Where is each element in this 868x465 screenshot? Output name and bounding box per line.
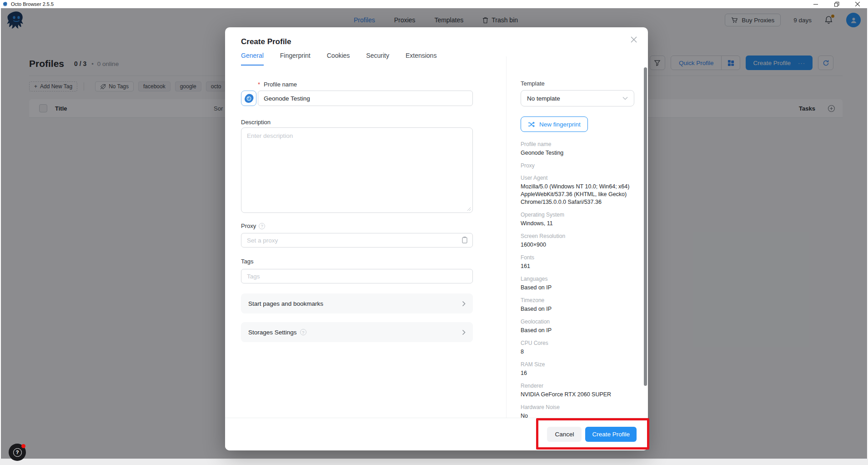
- detail-value: 8: [521, 348, 637, 356]
- detail-label: User Agent: [521, 175, 637, 182]
- detail-label: Languages: [521, 276, 637, 283]
- cancel-button[interactable]: Cancel: [547, 427, 582, 442]
- browser-profile-icon: [244, 93, 254, 104]
- detail-item: RAM Size 16: [521, 361, 637, 377]
- tags-label: Tags: [241, 258, 253, 265]
- detail-label: CPU Cores: [521, 340, 637, 347]
- help-icon[interactable]: ?: [259, 223, 265, 229]
- chevron-right-icon: [462, 329, 466, 335]
- start-pages-label: Start pages and bookmarks: [248, 300, 323, 307]
- description-label: Description: [241, 119, 271, 126]
- detail-label: Operating System: [521, 212, 637, 218]
- detail-item: Languages Based on IP: [521, 276, 637, 292]
- resize-handle-icon[interactable]: [467, 207, 471, 211]
- create-profile-button[interactable]: Create Profile: [585, 427, 637, 442]
- chevron-right-icon: [462, 301, 466, 307]
- detail-item: User Agent Mozilla/5.0 (Windows NT 10.0;…: [521, 175, 637, 206]
- start-pages-row[interactable]: Start pages and bookmarks: [241, 293, 473, 313]
- detail-value: NVIDIA GeForce RTX 2060 SUPER: [521, 391, 637, 399]
- detail-item: Geolocation Based on IP: [521, 318, 637, 334]
- profile-name-input[interactable]: [258, 91, 473, 106]
- storages-settings-row[interactable]: Storages Settings ?: [241, 322, 473, 342]
- required-asterisk: *: [258, 81, 260, 88]
- detail-item: Operating System Windows, 11: [521, 212, 637, 227]
- detail-label: Fonts: [521, 254, 637, 261]
- close-modal-icon[interactable]: [630, 35, 638, 44]
- tab-general[interactable]: General: [241, 52, 264, 66]
- paste-clipboard-icon[interactable]: [462, 236, 468, 244]
- fingerprint-details-list: Profile name Geonode Testing Proxy User …: [521, 141, 637, 425]
- detail-value: 161: [521, 263, 637, 270]
- detail-value: Based on IP: [521, 327, 637, 334]
- detail-label: Proxy: [521, 162, 637, 169]
- detail-value: Based on IP: [521, 305, 637, 313]
- detail-value: Mozilla/5.0 (Windows NT 10.0; Win64; x64…: [521, 183, 637, 206]
- profile-icon-button[interactable]: [241, 91, 256, 106]
- detail-label: Renderer: [521, 383, 637, 389]
- window-frame-bottom: [0, 459, 868, 465]
- window-titlebar: Octo Browser 2.5.5: [0, 0, 868, 8]
- detail-value: Based on IP: [521, 284, 637, 292]
- detail-item: CPU Cores 8: [521, 340, 637, 356]
- detail-label: Timezone: [521, 297, 637, 304]
- help-fab-button[interactable]: ?: [9, 444, 26, 461]
- detail-item: Fonts 161: [521, 254, 637, 270]
- detail-value: Geonode Testing: [521, 149, 637, 157]
- chevron-down-icon: [622, 96, 628, 100]
- detail-label: RAM Size: [521, 361, 637, 368]
- minimize-icon[interactable]: [805, 0, 826, 8]
- create-profile-modal: Create Profile General Fingerprint Cooki…: [225, 27, 648, 450]
- detail-item: Profile name Geonode Testing: [521, 141, 637, 157]
- tags-input[interactable]: [241, 269, 473, 283]
- proxy-field-wrap: [241, 233, 473, 248]
- template-value: No template: [527, 95, 560, 102]
- proxy-label: Proxy ?: [241, 222, 265, 229]
- storages-label: Storages Settings ?: [248, 329, 306, 336]
- detail-item: Proxy: [521, 162, 637, 169]
- fab-notification-dot: [21, 444, 25, 448]
- window-frame-left: [0, 8, 1, 459]
- modal-footer: Cancel Create Profile: [225, 418, 648, 450]
- detail-value: Windows, 11: [521, 220, 637, 227]
- description-field-wrap: [241, 127, 473, 213]
- profile-name-label: * Profile name: [258, 81, 297, 88]
- detail-label: Screen Resolution: [521, 233, 637, 240]
- shuffle-icon: [528, 121, 535, 127]
- detail-label: Hardware Noise: [521, 404, 637, 411]
- tab-fingerprint[interactable]: Fingerprint: [280, 52, 311, 66]
- detail-label: Geolocation: [521, 318, 637, 325]
- tab-security[interactable]: Security: [366, 52, 389, 66]
- restore-icon[interactable]: [826, 0, 847, 8]
- tab-extensions[interactable]: Extensions: [406, 52, 437, 66]
- tab-cookies[interactable]: Cookies: [327, 52, 350, 66]
- window-controls: [805, 0, 868, 8]
- modal-title: Create Profile: [241, 37, 291, 46]
- proxy-input[interactable]: [241, 233, 473, 248]
- template-select[interactable]: No template: [521, 90, 634, 106]
- question-icon: ?: [13, 448, 22, 457]
- app-icon: [3, 1, 8, 7]
- detail-item: Screen Resolution 1600×900: [521, 233, 637, 249]
- template-label: Template: [521, 80, 545, 87]
- description-textarea[interactable]: [241, 127, 473, 213]
- window-title: Octo Browser 2.5.5: [11, 0, 54, 8]
- help-icon[interactable]: ?: [300, 329, 306, 335]
- detail-label: Profile name: [521, 141, 637, 148]
- detail-item: Renderer NVIDIA GeForce RTX 2060 SUPER: [521, 383, 637, 399]
- modal-tabs: General Fingerprint Cookies Security Ext…: [241, 52, 437, 66]
- modal-scrollbar[interactable]: [644, 67, 647, 386]
- close-window-icon[interactable]: [847, 0, 868, 8]
- detail-item: Timezone Based on IP: [521, 297, 637, 313]
- detail-value: 16: [521, 369, 637, 377]
- new-fingerprint-button[interactable]: New fingerprint: [521, 116, 588, 132]
- detail-value: 1600×900: [521, 241, 637, 249]
